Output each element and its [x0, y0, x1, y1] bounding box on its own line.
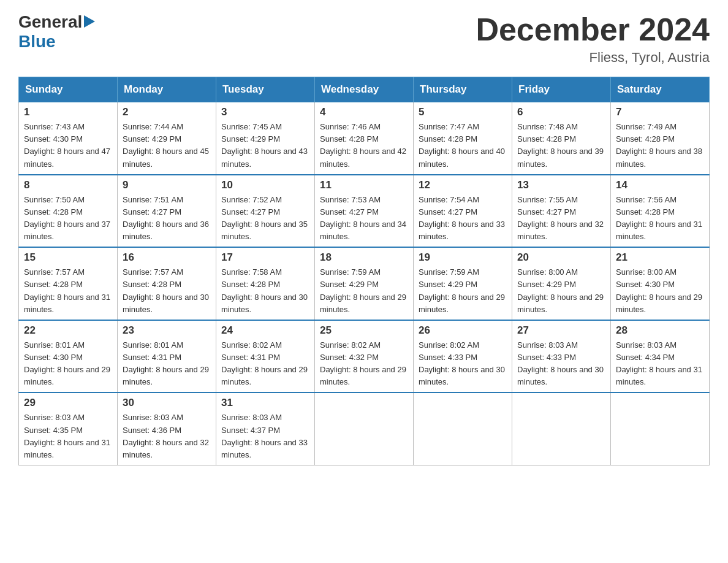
calendar-cell: 8 Sunrise: 7:50 AM Sunset: 4:28 PM Dayli…: [19, 175, 118, 248]
sunrise-label: Sunrise: 8:01 AM: [24, 340, 85, 350]
sunrise-label: Sunrise: 8:02 AM: [221, 340, 282, 350]
sunset-label: Sunset: 4:28 PM: [517, 134, 576, 144]
sunrise-label: Sunrise: 7:47 AM: [419, 122, 479, 131]
day-number: 3: [221, 106, 309, 118]
daylight-label: Daylight: 8 hours and 30 minutes.: [419, 365, 505, 386]
sunset-label: Sunset: 4:27 PM: [123, 207, 181, 216]
sunrise-label: Sunrise: 7:44 AM: [123, 122, 183, 131]
sunrise-label: Sunrise: 8:03 AM: [517, 340, 578, 350]
day-info: Sunrise: 8:03 AM Sunset: 4:36 PM Dayligh…: [123, 412, 211, 461]
day-number: 11: [320, 179, 408, 191]
sunrise-label: Sunrise: 7:59 AM: [320, 267, 381, 277]
sunset-label: Sunset: 4:28 PM: [616, 134, 675, 144]
daylight-label: Daylight: 8 hours and 36 minutes.: [123, 220, 209, 241]
day-number: 18: [320, 251, 408, 264]
day-info: Sunrise: 8:02 AM Sunset: 4:32 PM Dayligh…: [320, 339, 408, 389]
day-info: Sunrise: 8:02 AM Sunset: 4:33 PM Dayligh…: [419, 339, 507, 389]
calendar-cell: 2 Sunrise: 7:44 AM Sunset: 4:29 PM Dayli…: [118, 102, 216, 175]
calendar-cell: 17 Sunrise: 7:58 AM Sunset: 4:28 PM Dayl…: [216, 247, 315, 320]
calendar-cell: 28 Sunrise: 8:03 AM Sunset: 4:34 PM Dayl…: [611, 320, 710, 393]
sunset-label: Sunset: 4:37 PM: [221, 426, 280, 435]
day-number: 12: [419, 179, 507, 191]
sunrise-label: Sunrise: 8:00 AM: [616, 267, 677, 277]
sunset-label: Sunset: 4:27 PM: [221, 207, 280, 216]
sunset-label: Sunset: 4:36 PM: [123, 426, 181, 435]
weekday-header-friday: Friday: [512, 77, 611, 102]
sunrise-label: Sunrise: 7:54 AM: [419, 195, 479, 204]
sunset-label: Sunset: 4:32 PM: [320, 353, 379, 362]
daylight-label: Daylight: 8 hours and 30 minutes.: [517, 365, 604, 386]
calendar-cell: 5 Sunrise: 7:47 AM Sunset: 4:28 PM Dayli…: [414, 102, 512, 175]
sunrise-label: Sunrise: 8:03 AM: [221, 413, 282, 422]
daylight-label: Daylight: 8 hours and 29 minutes.: [616, 293, 702, 314]
calendar-cell: 11 Sunrise: 7:53 AM Sunset: 4:27 PM Dayl…: [315, 175, 414, 248]
day-info: Sunrise: 8:01 AM Sunset: 4:31 PM Dayligh…: [123, 339, 211, 389]
calendar-week-row-2: 8 Sunrise: 7:50 AM Sunset: 4:28 PM Dayli…: [19, 175, 710, 248]
day-info: Sunrise: 7:57 AM Sunset: 4:28 PM Dayligh…: [24, 266, 112, 316]
daylight-label: Daylight: 8 hours and 34 minutes.: [320, 220, 406, 241]
sunset-label: Sunset: 4:30 PM: [24, 134, 83, 144]
day-number: 21: [616, 251, 704, 264]
calendar-week-row-5: 29 Sunrise: 8:03 AM Sunset: 4:35 PM Dayl…: [19, 393, 710, 465]
sunset-label: Sunset: 4:30 PM: [616, 280, 675, 289]
sunset-label: Sunset: 4:29 PM: [123, 134, 181, 144]
sunset-label: Sunset: 4:27 PM: [320, 207, 379, 216]
day-number: 31: [221, 397, 309, 409]
calendar-week-row-1: 1 Sunrise: 7:43 AM Sunset: 4:30 PM Dayli…: [19, 102, 710, 175]
sunrise-label: Sunrise: 7:53 AM: [320, 195, 381, 204]
sunset-label: Sunset: 4:29 PM: [419, 280, 477, 289]
calendar-cell: 15 Sunrise: 7:57 AM Sunset: 4:28 PM Dayl…: [19, 247, 118, 320]
sunset-label: Sunset: 4:29 PM: [517, 280, 576, 289]
sunrise-label: Sunrise: 8:02 AM: [419, 340, 479, 350]
calendar-week-row-4: 22 Sunrise: 8:01 AM Sunset: 4:30 PM Dayl…: [19, 320, 710, 393]
day-info: Sunrise: 8:01 AM Sunset: 4:30 PM Dayligh…: [24, 339, 112, 389]
sunrise-label: Sunrise: 8:03 AM: [123, 413, 183, 422]
day-info: Sunrise: 7:52 AM Sunset: 4:27 PM Dayligh…: [221, 194, 309, 243]
day-info: Sunrise: 7:54 AM Sunset: 4:27 PM Dayligh…: [419, 194, 507, 243]
month-title: December 2024: [476, 12, 710, 47]
calendar-cell: [315, 393, 414, 465]
calendar-cell: [414, 393, 512, 465]
sunrise-label: Sunrise: 7:56 AM: [616, 195, 677, 204]
sunset-label: Sunset: 4:30 PM: [24, 353, 83, 362]
daylight-label: Daylight: 8 hours and 29 minutes.: [221, 365, 308, 386]
calendar-cell: 13 Sunrise: 7:55 AM Sunset: 4:27 PM Dayl…: [512, 175, 611, 248]
daylight-label: Daylight: 8 hours and 43 minutes.: [221, 147, 308, 168]
logo-arrow-icon: [84, 15, 95, 30]
sunset-label: Sunset: 4:28 PM: [123, 280, 181, 289]
daylight-label: Daylight: 8 hours and 39 minutes.: [517, 147, 604, 168]
sunrise-label: Sunrise: 8:01 AM: [123, 340, 183, 350]
day-number: 10: [221, 179, 309, 191]
daylight-label: Daylight: 8 hours and 29 minutes.: [517, 293, 604, 314]
day-number: 30: [123, 397, 211, 409]
sunrise-label: Sunrise: 7:57 AM: [123, 267, 183, 277]
day-info: Sunrise: 7:48 AM Sunset: 4:28 PM Dayligh…: [517, 121, 605, 170]
sunrise-label: Sunrise: 7:49 AM: [616, 122, 677, 131]
sunset-label: Sunset: 4:29 PM: [221, 134, 280, 144]
sunset-label: Sunset: 4:33 PM: [419, 353, 477, 362]
calendar-cell: 12 Sunrise: 7:54 AM Sunset: 4:27 PM Dayl…: [414, 175, 512, 248]
sunrise-label: Sunrise: 7:58 AM: [221, 267, 282, 277]
sunrise-label: Sunrise: 8:02 AM: [320, 340, 381, 350]
calendar-week-row-3: 15 Sunrise: 7:57 AM Sunset: 4:28 PM Dayl…: [19, 247, 710, 320]
calendar-cell: 27 Sunrise: 8:03 AM Sunset: 4:33 PM Dayl…: [512, 320, 611, 393]
day-info: Sunrise: 8:00 AM Sunset: 4:30 PM Dayligh…: [616, 266, 704, 316]
calendar-cell: [512, 393, 611, 465]
weekday-header-wednesday: Wednesday: [315, 77, 414, 102]
daylight-label: Daylight: 8 hours and 32 minutes.: [517, 220, 604, 241]
sunrise-label: Sunrise: 7:50 AM: [24, 195, 85, 204]
day-info: Sunrise: 7:44 AM Sunset: 4:29 PM Dayligh…: [123, 121, 211, 170]
sunset-label: Sunset: 4:34 PM: [616, 353, 675, 362]
day-number: 8: [24, 179, 112, 191]
day-info: Sunrise: 7:55 AM Sunset: 4:27 PM Dayligh…: [517, 194, 605, 243]
day-number: 22: [24, 324, 112, 337]
day-number: 14: [616, 179, 704, 191]
daylight-label: Daylight: 8 hours and 31 minutes.: [616, 220, 702, 241]
header: General Blue December 2024 Fliess, Tyrol…: [18, 12, 710, 66]
svg-marker-0: [84, 15, 95, 28]
sunset-label: Sunset: 4:31 PM: [221, 353, 280, 362]
day-number: 15: [24, 251, 112, 264]
calendar-table: SundayMondayTuesdayWednesdayThursdayFrid…: [18, 77, 710, 465]
sunrise-label: Sunrise: 7:48 AM: [517, 122, 578, 131]
daylight-label: Daylight: 8 hours and 29 minutes.: [123, 365, 209, 386]
